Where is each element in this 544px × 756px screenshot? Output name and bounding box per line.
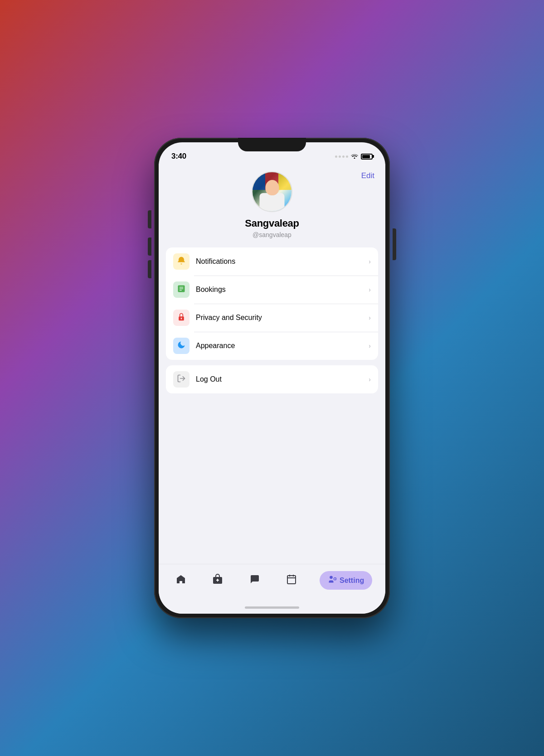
logout-icon-wrap: [173, 371, 189, 388]
nav-medical[interactable]: [209, 572, 227, 589]
privacy-icon-wrap: [173, 310, 189, 326]
avatar-head: [265, 180, 279, 195]
signal-dots: [335, 155, 348, 158]
appearance-label: Appearance: [196, 342, 369, 350]
notifications-label: Notifications: [196, 257, 369, 266]
user-handle: @sangvaleap: [253, 231, 291, 238]
appearance-chevron: ›: [369, 342, 371, 349]
signal-dot-4: [346, 155, 348, 158]
bookings-icon: [177, 284, 186, 296]
setting-label: Setting: [340, 577, 364, 585]
username: Sangvaleap: [245, 218, 299, 229]
menu-item-logout[interactable]: Log Out ›: [166, 365, 378, 393]
nav-setting[interactable]: Setting: [320, 571, 372, 590]
avatar-image: [253, 172, 291, 211]
signal-dot-1: [335, 155, 337, 158]
phone-frame: 3:40: [154, 138, 390, 618]
menu-item-bookings[interactable]: Bookings ›: [166, 276, 378, 304]
svg-point-15: [330, 576, 333, 579]
svg-rect-11: [287, 576, 296, 584]
calendar-icon: [286, 574, 297, 587]
menu-item-privacy[interactable]: Privacy and Security ›: [166, 304, 378, 332]
medical-bag-icon: [212, 574, 223, 587]
signal-dot-2: [339, 155, 341, 158]
logout-chevron: ›: [369, 376, 371, 383]
nav-home[interactable]: [172, 572, 190, 589]
logout-label: Log Out: [196, 375, 369, 383]
status-icons: [335, 153, 373, 160]
avatar: [252, 171, 292, 212]
privacy-label: Privacy and Security: [196, 314, 369, 322]
home-indicator: [159, 601, 385, 614]
menu-item-appearance[interactable]: Appearance ›: [166, 332, 378, 360]
battery-icon: [361, 154, 373, 160]
bookings-label: Bookings: [196, 286, 369, 294]
setting-person-icon: [328, 575, 337, 586]
phone-screen: 3:40: [159, 142, 385, 614]
menu-item-notifications[interactable]: Notifications ›: [166, 247, 378, 276]
avatar-body: [260, 193, 285, 211]
notifications-chevron: ›: [369, 258, 371, 265]
nav-calendar[interactable]: [282, 572, 301, 589]
notch: [238, 138, 306, 151]
home-bar: [245, 606, 299, 609]
moon-icon: [177, 340, 186, 352]
wifi-icon: [351, 153, 358, 160]
chat-icon: [249, 574, 260, 587]
svg-point-5: [181, 318, 182, 319]
profile-section: Edit Sangvaleap @sangvaleap: [159, 164, 385, 247]
edit-button[interactable]: Edit: [361, 171, 374, 180]
privacy-chevron: ›: [369, 314, 371, 321]
lock-icon: [177, 312, 186, 324]
bookings-chevron: ›: [369, 286, 371, 293]
logout-icon: [177, 374, 186, 385]
signal-dot-3: [342, 155, 345, 158]
main-settings-section: Notifications ›: [166, 247, 378, 360]
bookings-icon-wrap: [173, 281, 189, 298]
appearance-icon-wrap: [173, 338, 189, 354]
battery-fill: [362, 155, 370, 158]
bell-icon: [177, 256, 186, 267]
logout-section: Log Out ›: [166, 365, 378, 393]
status-time: 3:40: [171, 152, 186, 161]
nav-chat[interactable]: [246, 572, 264, 589]
home-icon: [175, 574, 186, 587]
screen-content: Edit Sangvaleap @sangvaleap: [159, 164, 385, 564]
avatar-person: [260, 180, 285, 211]
bottom-nav: Setting: [159, 564, 385, 601]
notifications-icon-wrap: [173, 253, 189, 270]
